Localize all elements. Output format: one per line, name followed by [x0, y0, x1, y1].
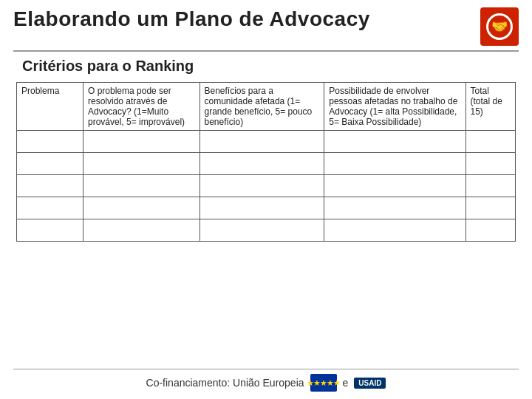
usaid-logo: USAID — [354, 378, 386, 389]
ranking-table: Problema O problema pode ser resolvido a… — [16, 82, 516, 242]
col-header-possibilidade: Possibilidade de envolver pessoas afetad… — [324, 83, 466, 131]
cell-beneficios — [200, 175, 324, 197]
cell-possibilidade — [324, 219, 466, 242]
cell-possibilidade — [324, 197, 466, 219]
col-header-problema: Problema — [17, 83, 83, 131]
col-header-resolve: O problema pode ser resolvido através de… — [83, 83, 200, 131]
table-row — [17, 153, 516, 175]
cell-total — [466, 153, 516, 175]
cell-total — [466, 197, 516, 219]
cell-total — [466, 131, 516, 153]
logo-inner: 🤝 — [486, 13, 513, 40]
cell-problema — [17, 197, 83, 219]
col-header-total: Total (total de 15) — [466, 83, 516, 131]
table-row — [17, 131, 516, 153]
cell-resolve — [83, 153, 200, 175]
table-row — [17, 175, 516, 197]
cell-resolve — [83, 175, 200, 197]
cell-possibilidade — [324, 131, 466, 153]
cell-beneficios — [200, 153, 324, 175]
cell-resolve — [83, 131, 200, 153]
cell-total — [466, 219, 516, 242]
footer-connector: e — [343, 377, 349, 389]
cell-beneficios — [200, 131, 324, 153]
cell-possibilidade — [324, 175, 466, 197]
header: Elaborando um Plano de Advocacy 🤝 — [13, 7, 519, 52]
footer-text: Co-financiamento: União Europeia — [146, 377, 304, 389]
cell-beneficios — [200, 219, 324, 242]
subtitle: Critérios para o Ranking — [13, 58, 519, 75]
col-header-beneficios: Benefícios para a comunidade afetada (1=… — [200, 83, 324, 131]
logo: 🤝 — [480, 7, 519, 46]
page: Elaborando um Plano de Advocacy 🤝 Critér… — [0, 0, 532, 399]
cell-resolve — [83, 197, 200, 219]
cell-problema — [17, 131, 83, 153]
table-row — [17, 219, 516, 242]
cell-problema — [17, 175, 83, 197]
cell-problema — [17, 153, 83, 175]
cell-resolve — [83, 219, 200, 242]
cell-problema — [17, 219, 83, 242]
table-container: Problema O problema pode ser resolvido a… — [13, 82, 519, 364]
main-title: Elaborando um Plano de Advocacy — [13, 7, 370, 31]
footer: Co-financiamento: União Europeia ★★★★★ e… — [13, 369, 519, 392]
cell-possibilidade — [324, 153, 466, 175]
cell-beneficios — [200, 197, 324, 219]
table-header-row: Problema O problema pode ser resolvido a… — [17, 83, 516, 131]
cell-total — [466, 175, 516, 197]
table-row — [17, 197, 516, 219]
eu-flag-icon: ★★★★★ — [310, 374, 337, 392]
